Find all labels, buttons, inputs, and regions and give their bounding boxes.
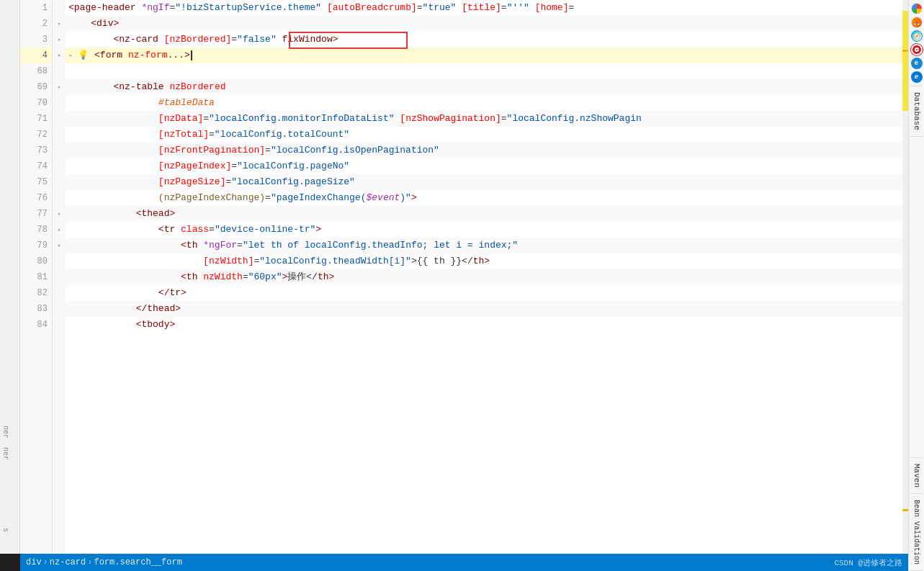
gutter-84 xyxy=(53,317,66,333)
gutter-4[interactable]: ▾ xyxy=(53,48,66,63)
gutter-76 xyxy=(53,190,66,206)
code-line-1: <page-header *ngIf="!bizStartupService.t… xyxy=(66,0,924,16)
browser-icons-section: 🦊 🧭 e e xyxy=(911,0,923,86)
code-line-79: <th *ngFor="let th of localConfig.theadI… xyxy=(66,238,924,253)
right-sidebar: 🦊 🧭 e e Database Maven Bean Validation xyxy=(908,0,924,571)
code-line-70: #tableData xyxy=(66,95,924,111)
line-number-3: 3 xyxy=(20,32,52,48)
code-line-83: </thead> xyxy=(66,301,924,317)
line-number-71: 71 xyxy=(20,111,52,127)
left-label-ner1: ner xyxy=(1,426,9,439)
maven-label: Maven xyxy=(912,464,921,487)
breadcrumb-bar: div › nz-card › form.search__form xyxy=(20,554,908,571)
code-line-81: <th nzWidth="60px">操作</th> xyxy=(66,269,924,285)
gutter-2[interactable]: ▾ xyxy=(53,16,66,32)
gutter-1 xyxy=(53,0,66,16)
gutter-3[interactable]: ▾ xyxy=(53,32,66,48)
firefox-icon[interactable]: 🦊 xyxy=(911,17,923,28)
edge-icon[interactable]: e xyxy=(911,71,923,83)
code-line-80: [nzWidth]="localConfig.theadWidth[i]">{{… xyxy=(66,253,924,269)
breadcrumb-nz-card[interactable]: nz-card xyxy=(50,557,86,567)
code-line-76: (nzPageIndexChange)="pageIndexChange($ev… xyxy=(66,190,924,206)
gutter-71 xyxy=(53,111,66,127)
line-numbers-column: 12346869707172737475767778798081828384 xyxy=(20,0,53,554)
breadcrumb-form[interactable]: form.search__form xyxy=(94,557,181,567)
safari-icon[interactable]: 🧭 xyxy=(911,30,923,42)
collapse-icon-4[interactable]: ▾ xyxy=(68,53,72,60)
scroll-marker-active xyxy=(902,50,908,52)
line-number-76: 76 xyxy=(20,190,52,206)
database-label: Database xyxy=(912,92,921,130)
gutter-69[interactable]: ▾ xyxy=(53,79,66,95)
scroll-thumb[interactable] xyxy=(902,11,908,110)
line-number-73: 73 xyxy=(20,143,52,158)
sidebar-item-database[interactable]: Database xyxy=(910,86,923,137)
gutter-75 xyxy=(53,174,66,190)
breadcrumb-sep2: › xyxy=(87,557,92,567)
line-number-69: 69 xyxy=(20,79,52,95)
left-label-ner2: ner xyxy=(1,447,9,460)
line-number-79: 79 xyxy=(20,238,52,253)
code-line-69: <nz-table nzBordered xyxy=(66,79,924,95)
watermark-text: CSDN @进修者之路 xyxy=(834,557,902,568)
line-number-80: 80 xyxy=(20,253,52,269)
code-line-2: <div> xyxy=(66,16,924,32)
line-number-74: 74 xyxy=(20,158,52,174)
gutter-72 xyxy=(53,127,66,143)
gutter-73 xyxy=(53,143,66,158)
line-number-4: 4 xyxy=(20,48,52,63)
chrome-icon[interactable] xyxy=(911,3,923,14)
sidebar-item-bean-validation[interactable]: Bean Validation xyxy=(910,494,923,571)
scroll-marker-line81 xyxy=(902,509,908,511)
code-line-77: <thead> xyxy=(66,206,924,222)
code-line-4: ▾ 💡 <form nz-form...> xyxy=(66,48,924,63)
line-number-77: 77 xyxy=(20,206,52,222)
code-line-75: [nzPageSize]="localConfig.pageSize" xyxy=(66,174,924,190)
gutter-column: ▾▾▾▾▾▾▾ xyxy=(53,0,66,554)
gutter-78[interactable]: ▾ xyxy=(53,222,66,238)
opera-icon[interactable] xyxy=(911,44,923,55)
line-number-2: 2 xyxy=(20,16,52,32)
code-line-73: [nzFrontPagination]="localConfig.isOpenP… xyxy=(66,143,924,158)
lines-wrapper: 12346869707172737475767778798081828384 ▾… xyxy=(20,0,924,554)
breadcrumb-sep1: › xyxy=(43,557,48,567)
line-number-72: 72 xyxy=(20,127,52,143)
line-number-82: 82 xyxy=(20,285,52,301)
gutter-68 xyxy=(53,63,66,79)
line-number-81: 81 xyxy=(20,269,52,285)
code-line-3: <nz-card [nzBordered]="false" fixWindow> xyxy=(66,32,924,48)
code-line-71: [nzData]="localConfig.monitorInfoDataLis… xyxy=(66,111,924,127)
gutter-70 xyxy=(53,95,66,111)
code-line-72: [nzTotal]="localConfig.totalCount" xyxy=(66,127,924,143)
line-number-84: 84 xyxy=(20,317,52,333)
line-number-75: 75 xyxy=(20,174,52,190)
gutter-83 xyxy=(53,301,66,317)
left-margin: ner ner s xyxy=(0,0,20,554)
line-number-1: 1 xyxy=(20,0,52,16)
left-label-s: s xyxy=(1,528,9,532)
gutter-82 xyxy=(53,285,66,301)
code-line-74: [nzPageIndex]="localConfig.pageNo" xyxy=(66,158,924,174)
scroll-bar[interactable] xyxy=(902,0,908,554)
ie-icon[interactable]: e xyxy=(911,58,923,69)
code-line-84: <tbody> xyxy=(66,317,924,333)
line-number-78: 78 xyxy=(20,222,52,238)
code-line-68 xyxy=(66,63,924,79)
line-number-68: 68 xyxy=(20,63,52,79)
editor-container: 12346869707172737475767778798081828384 ▾… xyxy=(0,0,924,571)
line-number-83: 83 xyxy=(20,301,52,317)
text-caret xyxy=(191,50,192,60)
code-column: <page-header *ngIf="!bizStartupService.t… xyxy=(66,0,924,554)
gutter-81 xyxy=(53,269,66,285)
line-number-70: 70 xyxy=(20,95,52,111)
gutter-80 xyxy=(53,253,66,269)
gutter-77[interactable]: ▾ xyxy=(53,206,66,222)
gutter-74 xyxy=(53,158,66,174)
code-line-78: <tr class="device-online-tr"> xyxy=(66,222,924,238)
gutter-79[interactable]: ▾ xyxy=(53,238,66,253)
code-line-82: </tr> xyxy=(66,285,924,301)
sidebar-item-maven[interactable]: Maven xyxy=(910,457,923,494)
lightbulb-icon[interactable]: 💡 xyxy=(78,50,89,60)
bean-validation-label: Bean Validation xyxy=(912,500,920,565)
breadcrumb-div[interactable]: div xyxy=(26,557,42,567)
